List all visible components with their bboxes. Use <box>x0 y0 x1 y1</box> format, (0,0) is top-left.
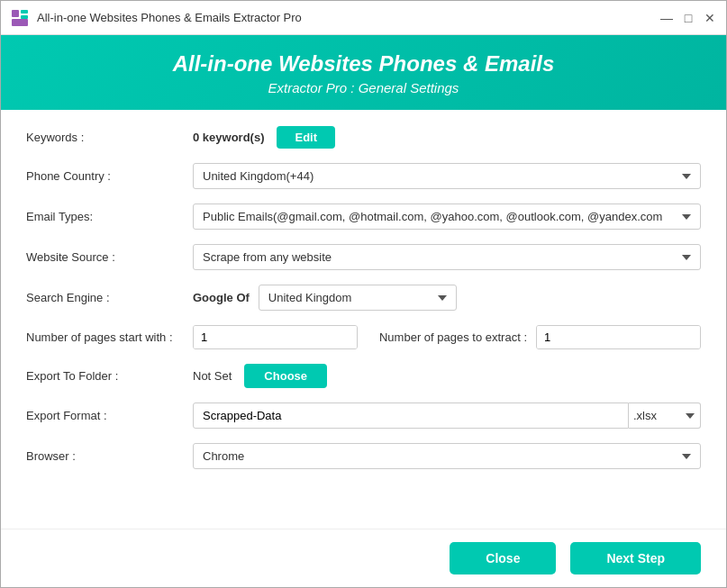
email-types-control: Public Emails(@gmail.com, @hotmail.com, … <box>193 204 701 230</box>
browser-row: Browser : ChromeFirefoxEdge <box>26 443 701 469</box>
export-folder-label: Export To Folder : <box>26 369 193 383</box>
email-types-select[interactable]: Public Emails(@gmail.com, @hotmail.com, … <box>193 204 701 230</box>
app-icon <box>10 8 30 28</box>
pages-start-spinner: ▲ ▼ <box>193 325 358 349</box>
browser-control: ChromeFirefoxEdge <box>193 443 701 469</box>
pages-extract-spinner: ▲ ▼ <box>536 325 701 349</box>
pages-extract-label: Number of pages to extract : <box>379 330 527 344</box>
website-source-control: Scrape from any website <box>193 244 701 270</box>
close-button[interactable]: ✕ <box>703 11 717 25</box>
pages-extract-input[interactable] <box>537 326 701 348</box>
form-content: Keywords : 0 keyword(s) Edit Phone Count… <box>1 110 726 529</box>
phone-country-label: Phone Country : <box>26 169 193 183</box>
svg-rect-2 <box>21 15 28 19</box>
website-source-select[interactable]: Scrape from any website <box>193 244 701 270</box>
export-folder-row: Export To Folder : Not Set Choose <box>26 364 701 388</box>
phone-country-row: Phone Country : United Kingdom(+44)Unite… <box>26 163 701 189</box>
export-folder-value: Not Set <box>193 369 232 383</box>
footer: Close Next Step <box>1 529 726 587</box>
header-subtitle: Extractor Pro : General Settings <box>19 80 708 95</box>
export-format-control: .xlsx.csv.txt <box>193 403 701 429</box>
export-format-label: Export Format : <box>26 409 193 422</box>
pages-row: Number of pages start with : ▲ ▼ Number … <box>26 325 701 349</box>
svg-rect-1 <box>21 10 28 14</box>
phone-country-select[interactable]: United Kingdom(+44)United States(+1)Fran… <box>193 163 701 189</box>
close-footer-button[interactable]: Close <box>450 542 556 574</box>
minimize-button[interactable]: — <box>659 11 674 25</box>
export-format-row: Export Format : .xlsx.csv.txt <box>26 403 701 429</box>
email-types-label: Email Types: <box>26 210 193 223</box>
window-controls: — □ ✕ <box>659 11 717 25</box>
browser-label: Browser : <box>26 449 193 463</box>
next-step-button[interactable]: Next Step <box>570 542 701 574</box>
maximize-button[interactable]: □ <box>681 11 695 25</box>
format-select[interactable]: .xlsx.csv.txt <box>629 403 701 429</box>
header-title: All-in-one Websites Phones & Emails <box>19 51 708 77</box>
search-engine-prefix: Google Of <box>193 291 250 304</box>
pages-start-input[interactable] <box>194 326 358 348</box>
website-source-label: Website Source : <box>26 250 193 264</box>
choose-button[interactable]: Choose <box>244 364 327 388</box>
main-window: All-in-one Websites Phones & Emails Extr… <box>0 0 727 588</box>
browser-select[interactable]: ChromeFirefoxEdge <box>193 443 701 469</box>
header-section: All-in-one Websites Phones & Emails Extr… <box>1 35 726 110</box>
search-engine-label: Search Engine : <box>26 291 193 304</box>
search-engine-select[interactable]: United KingdomUnited StatesFrance <box>259 285 457 311</box>
window-title: All-in-one Websites Phones & Emails Extr… <box>37 11 659 24</box>
svg-rect-3 <box>12 19 28 26</box>
phone-country-control: United Kingdom(+44)United States(+1)Fran… <box>193 163 701 189</box>
keywords-control: 0 keyword(s) Edit <box>193 126 701 149</box>
search-engine-row: Search Engine : Google Of United Kingdom… <box>26 285 701 311</box>
email-types-row: Email Types: Public Emails(@gmail.com, @… <box>26 204 701 230</box>
title-bar: All-in-one Websites Phones & Emails Extr… <box>1 1 726 35</box>
keywords-label: Keywords : <box>26 131 193 144</box>
export-format-input[interactable] <box>193 403 629 429</box>
svg-rect-0 <box>12 10 19 17</box>
keywords-count: 0 keyword(s) <box>193 131 264 144</box>
keywords-row: Keywords : 0 keyword(s) Edit <box>26 126 701 149</box>
pages-start-label: Number of pages start with : <box>26 330 193 344</box>
search-engine-control: Google Of United KingdomUnited StatesFra… <box>193 285 457 311</box>
edit-button[interactable]: Edit <box>277 126 335 149</box>
website-source-row: Website Source : Scrape from any website <box>26 244 701 270</box>
